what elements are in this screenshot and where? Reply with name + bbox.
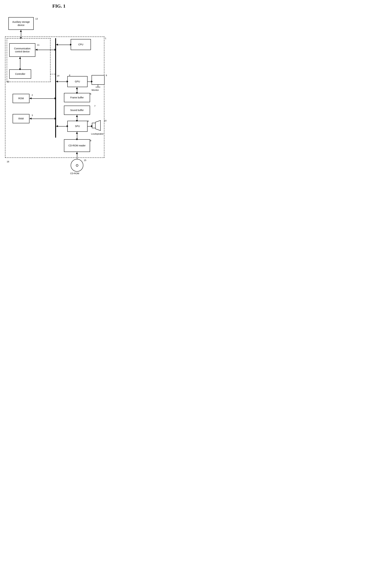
loudspeaker-label: Loudspeaker (91, 133, 104, 135)
main-bus (55, 38, 56, 138)
page-title: FIG. 1 (3, 3, 114, 9)
label-14: 14 (57, 75, 59, 77)
label-10: 10 (104, 119, 106, 122)
label-15: 15 (84, 159, 86, 162)
cpu-box: CPU (71, 39, 91, 50)
comm-control-box: Communication control device (9, 43, 35, 57)
label-5: 5 (90, 93, 91, 95)
loudspeaker-svg (91, 120, 104, 132)
label-4: 4 (69, 74, 70, 77)
label-11: 11 (37, 44, 40, 46)
cd-rom-label: CD-ROM (70, 172, 79, 175)
label-13: 13 (35, 18, 38, 20)
label-3: 3 (32, 114, 33, 117)
cd-rom-disc (71, 159, 83, 172)
diagram: Auxiliary storage device 13 1 Communicat… (3, 14, 114, 175)
gpu-box: GPU (67, 76, 88, 87)
label-6: 6 (88, 120, 89, 122)
label-16: 16 (7, 160, 9, 163)
ram-box: RAM (12, 114, 30, 123)
auxiliary-storage-box: Auxiliary storage device (8, 17, 34, 30)
svg-rect-0 (92, 75, 104, 85)
rom-box: ROM (12, 94, 30, 103)
controller-box: Controller (9, 69, 31, 79)
sound-buffer-box: Sound buffer (64, 106, 90, 115)
monitor-label: Monitor (92, 89, 99, 91)
frame-buffer-box: Frame buffer (64, 93, 90, 102)
label-1: 1 (105, 37, 106, 40)
label-12: 12 (7, 80, 9, 83)
cd-rom-reader-box: CD-ROM reader (64, 139, 90, 152)
svg-marker-4 (96, 120, 100, 131)
label-8: 8 (90, 139, 91, 142)
label-2: 2 (32, 94, 33, 96)
spu-box: SPU (67, 121, 88, 132)
label-9: 9 (106, 74, 107, 77)
label-7: 7 (94, 105, 96, 107)
